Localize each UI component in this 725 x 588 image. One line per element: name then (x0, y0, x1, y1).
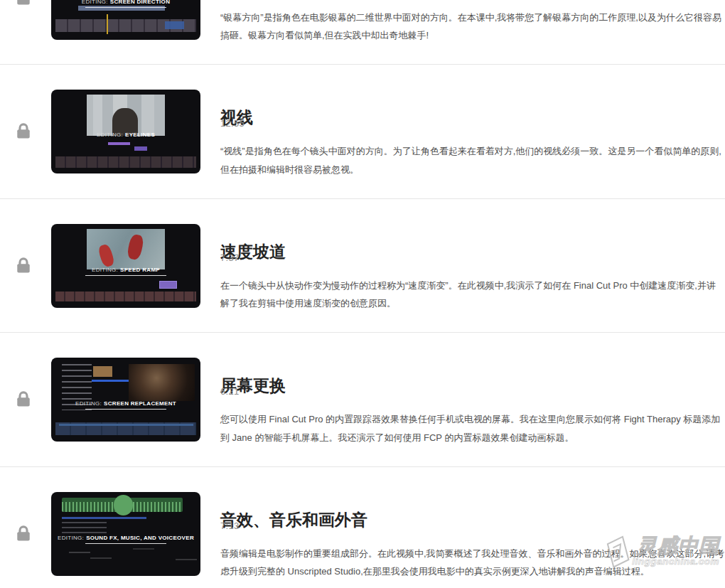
lesson-row[interactable]: EDITING:SPEED RAMP 速度坡道 7:37 在一个镜头中从快动作变… (0, 199, 725, 333)
thumbnail-artwork (51, 358, 200, 442)
lesson-duration: 7:13 (220, 520, 240, 531)
thumbnail-caption-prefix: EDITING: (82, 0, 108, 5)
thumbnail-caption-label: EYELINES (125, 132, 155, 138)
thumbnail-caption: EDITING:SCREEN REPLACEMENT (51, 401, 200, 410)
thumbnail-caption-label: SCREEN DIRECTION (110, 0, 170, 5)
thumbnail-caption-prefix: EDITING: (97, 132, 123, 138)
lesson-thumbnail[interactable]: EDITING:SCREEN REPLACEMENT (51, 358, 200, 442)
thumbnail-caption-label: SPEED RAMP (120, 267, 160, 273)
lesson-thumbnail[interactable]: EDITING:EYELINES (51, 90, 200, 173)
thumbnail-caption-prefix: EDITING: (58, 535, 84, 541)
lesson-duration: 6:21 (220, 386, 240, 397)
thumbnail-artwork (51, 492, 200, 576)
lock-icon (16, 390, 31, 408)
thumbnail-caption-prefix: EDITING: (92, 267, 118, 273)
lesson-description: 您可以使用 Final Cut Pro 的内置跟踪器效果替换任何手机或电视的屏幕… (220, 410, 720, 447)
thumbnail-caption: EDITING:SOUND FX, MUSIC, AND VOICEOVER (51, 535, 200, 544)
lesson-row[interactable]: EDITING:SOUND FX, MUSIC, AND VOICEOVER 音… (0, 467, 725, 588)
lesson-row[interactable]: EDITING:SCREEN DIRECTION “银幕方向”是指角色在电影银幕… (0, 0, 725, 65)
thumbnail-caption-prefix: EDITING: (75, 400, 102, 407)
lesson-thumbnail[interactable]: EDITING:SOUND FX, MUSIC, AND VOICEOVER (51, 492, 200, 576)
lesson-description: “银幕方向”是指角色在电影银幕的二维世界中面对的方向。在本课中,我将带您了解银幕… (220, 9, 721, 45)
lesson-row[interactable]: EDITING:SCREEN REPLACEMENT 屏幕更换 6:21 您可以… (0, 333, 725, 467)
lesson-description: “视线”是指角色在每个镜头中面对的方向。为了让角色看起来在看着对方,他们的视线必… (220, 142, 721, 178)
lock-icon (16, 122, 31, 140)
thumbnail-caption-label: SOUND FX, MUSIC, AND VOICEOVER (86, 535, 194, 541)
lesson-duration: 7:37 (220, 252, 240, 263)
lock-icon (16, 524, 31, 542)
lesson-description: 在一个镜头中从快动作变为慢动作的过程称为“速度渐变”。在此视频中,我演示了如何在… (220, 277, 716, 313)
lesson-thumbnail[interactable]: EDITING:SPEED RAMP (51, 224, 200, 308)
thumbnail-caption: EDITING:SCREEN DIRECTION (51, 0, 200, 8)
lesson-description: 音频编辑是电影制作的重要组成部分。在此视频中,我简要概述了我处理音效、音乐和画外… (220, 545, 724, 581)
lock-icon (16, 0, 31, 6)
thumbnail-artwork (51, 224, 200, 308)
lesson-row[interactable]: EDITING:EYELINES 视线 12:55 “视线”是指角色在每个镜头中… (0, 65, 725, 199)
thumbnail-caption: EDITING:EYELINES (51, 132, 200, 139)
lesson-title[interactable]: 音效、音乐和画外音 (220, 510, 367, 530)
lesson-thumbnail[interactable]: EDITING:SCREEN DIRECTION (51, 0, 200, 40)
thumbnail-caption: EDITING:SPEED RAMP (51, 267, 200, 276)
lock-icon (16, 256, 31, 274)
thumbnail-caption-label: SCREEN REPLACEMENT (104, 400, 176, 407)
lesson-duration: 12:55 (220, 118, 245, 129)
lesson-list: EDITING:SCREEN DIRECTION “银幕方向”是指角色在电影银幕… (0, 0, 725, 588)
